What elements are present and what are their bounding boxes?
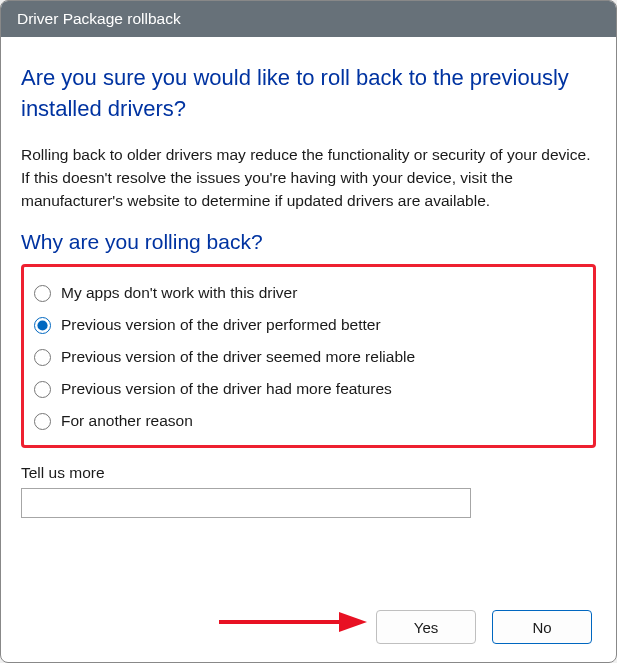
reason-subheading: Why are you rolling back? <box>21 230 596 254</box>
reason-radio-2[interactable] <box>34 349 51 366</box>
reason-label: Previous version of the driver performed… <box>61 316 381 334</box>
reason-option[interactable]: Previous version of the driver seemed mo… <box>34 341 583 373</box>
reason-option[interactable]: Previous version of the driver had more … <box>34 373 583 405</box>
reason-label: Previous version of the driver seemed mo… <box>61 348 415 366</box>
reason-radio-3[interactable] <box>34 381 51 398</box>
window-title: Driver Package rollback <box>17 10 181 27</box>
annotation-arrow-icon <box>217 610 367 634</box>
tell-more-input[interactable] <box>21 488 471 518</box>
dialog-content: Are you sure you would like to roll back… <box>1 37 616 662</box>
reason-label: For another reason <box>61 412 193 430</box>
reason-label: My apps don't work with this driver <box>61 284 297 302</box>
tell-more-label: Tell us more <box>21 464 596 482</box>
button-row: Yes No <box>21 586 596 644</box>
reason-radio-4[interactable] <box>34 413 51 430</box>
reason-option[interactable]: Previous version of the driver performed… <box>34 309 583 341</box>
no-button[interactable]: No <box>492 610 592 644</box>
main-heading: Are you sure you would like to roll back… <box>21 63 596 125</box>
reason-option[interactable]: My apps don't work with this driver <box>34 277 583 309</box>
reason-label: Previous version of the driver had more … <box>61 380 392 398</box>
reason-highlight-box: My apps don't work with this driver Prev… <box>21 264 596 448</box>
svg-marker-1 <box>339 612 367 632</box>
reason-radio-1[interactable] <box>34 317 51 334</box>
reason-radio-0[interactable] <box>34 285 51 302</box>
titlebar[interactable]: Driver Package rollback <box>1 1 616 37</box>
description-text: Rolling back to older drivers may reduce… <box>21 143 596 213</box>
yes-button[interactable]: Yes <box>376 610 476 644</box>
reason-option[interactable]: For another reason <box>34 405 583 437</box>
dialog-window: Driver Package rollback Are you sure you… <box>0 0 617 663</box>
